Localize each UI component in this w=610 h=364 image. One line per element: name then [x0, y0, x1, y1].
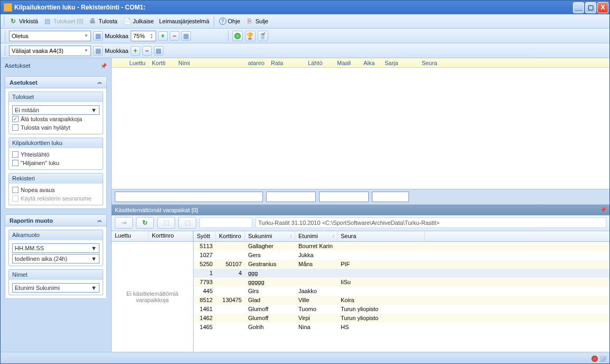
archive-btn-3[interactable]: ⬚ [157, 217, 175, 229]
col-nimi[interactable]: Nimi [175, 60, 244, 66]
col-syott[interactable]: Syött [194, 231, 216, 241]
timeformat-combo-2[interactable]: todellinen aika (24h) ▼ [12, 254, 99, 263]
archive-grid-body[interactable]: 5113GallagherBourret Karin1027GersJukka5… [194, 242, 609, 352]
help-button[interactable]: ? Ohje [217, 16, 242, 26]
col-luettu[interactable]: Luettu [112, 60, 149, 66]
col-kortti[interactable]: Kortti [149, 60, 175, 66]
col-aika[interactable]: Aika [360, 60, 381, 66]
help-icon: ? [219, 17, 226, 25]
silent-checkbox[interactable] [12, 160, 19, 166]
table-row[interactable]: 525050107GestraniusMånsPIF [194, 260, 609, 269]
maximize-button[interactable]: ▢ [585, 2, 596, 13]
col-korttinro[interactable]: Korttinro [216, 231, 245, 241]
add-button-1[interactable]: + [158, 31, 168, 41]
table-row[interactable]: 8512130475GladVilleKoira [194, 296, 609, 305]
results-group: Tulokset Ei mitään ▼ ✓ Älä tulosta varap… [8, 92, 103, 134]
title-bar: Kilpailukorttien luku - Rekisteröinti - … [1, 1, 609, 14]
print-button[interactable]: 🖶 Tulosta [86, 16, 120, 26]
format-toolbar-2: Väliajat vaaka A4(3) ▼ ▦ Muokkaa + − ▦ [1, 43, 609, 58]
names-value: Etunimi Sukunimi [15, 285, 60, 291]
results-mode-combo[interactable]: Ei mitään ▼ [12, 105, 99, 115]
trophy-button-1[interactable]: 🏆 [245, 31, 256, 41]
archive-btn-4[interactable]: ⬚ [178, 217, 196, 229]
punching-button[interactable]: Leimausjärjestelmä [157, 17, 212, 25]
punching-label: Leimausjärjestelmä [159, 18, 210, 24]
archive-refresh-button[interactable]: ↻ [136, 217, 154, 229]
layout-combo-2-value: Väliajat vaaka A4(3) [12, 48, 63, 54]
publish-label: Julkaise [133, 18, 154, 24]
massstart-checkbox[interactable] [12, 151, 19, 158]
minimize-button[interactable]: __ [573, 2, 584, 13]
input-bar [112, 189, 609, 205]
settings-panel: Asetukset ︽ Tulokset Ei mitään ▼ ✓ Älä t… [5, 76, 107, 209]
close-window-button[interactable]: X [597, 2, 608, 13]
print-label: Tulosta [98, 18, 117, 24]
resize-grip[interactable] [600, 356, 606, 362]
names-header: Nimet [9, 270, 103, 280]
close-button[interactable]: ⎘ Sulje [243, 16, 270, 26]
results-label: Tulokset [0] [53, 18, 83, 24]
input-field-2[interactable] [266, 192, 316, 202]
cardread-group-header: Kilpailukorttien luku [9, 138, 103, 148]
archive-filter-input[interactable] [199, 217, 252, 228]
vacancy-col-korttinro[interactable]: Korttinro [149, 231, 193, 241]
table-row[interactable]: 1027GersJukka [194, 251, 609, 260]
table-row[interactable]: 1462GlumoffVirpiTurun yliopisto [194, 314, 609, 323]
zoom-combo[interactable]: 75% ▲▼ [131, 31, 156, 41]
pin-icon[interactable]: 📌 [101, 63, 107, 69]
table-row[interactable]: 7793gggggIiSu [194, 278, 609, 287]
refresh-button[interactable]: ↻ Virkistä [7, 16, 40, 26]
col-maali[interactable]: Maali [334, 60, 360, 66]
timeformat-combo-1[interactable]: HH.MM.SS ▼ [12, 243, 99, 253]
only-dsq-checkbox[interactable] [12, 124, 19, 131]
upper-grid-header: Luettu Kortti Nimi atanro Rata Lähtö Maa… [112, 58, 609, 68]
table-row[interactable]: 1461GlumoffTuomoTurun yliopisto [194, 305, 609, 314]
report-panel-title: Raportin muoto [10, 217, 53, 224]
input-field-3[interactable] [319, 192, 369, 202]
registry-group: Rekisteri Nopea avaus Käytä rekisterin s… [8, 173, 103, 205]
col-etunimi[interactable]: Etunimi/ [295, 231, 338, 241]
table-row[interactable]: 1465GolrihNinaHS [194, 323, 609, 332]
quickopen-checkbox[interactable] [12, 187, 19, 193]
publish-button[interactable]: 📄 Julkaise [121, 16, 156, 26]
no-vacancy-checkbox[interactable]: ✓ [12, 116, 19, 122]
chevron-down-icon: ▼ [84, 48, 88, 53]
table-row[interactable]: 14ggg [194, 269, 609, 278]
grid-button-2[interactable]: ▦ [93, 46, 103, 56]
input-field-1[interactable] [115, 192, 263, 202]
refresh-icon: ↻ [9, 17, 17, 25]
refresh-icon: ↻ [142, 219, 148, 226]
col-rata[interactable]: Rata [268, 60, 305, 66]
remove-button-2[interactable]: − [142, 46, 152, 56]
config-button-1[interactable]: ▦ [181, 31, 191, 41]
layout-combo-2[interactable]: Väliajat vaaka A4(3) ▼ [9, 46, 91, 56]
col-sukunimi[interactable]: Sukunimi/ [245, 231, 295, 241]
table-row[interactable]: 5113GallagherBourret Karin [194, 242, 609, 251]
vacancy-col-luettu[interactable]: Luettu [112, 231, 149, 241]
col-seura[interactable]: Seura [418, 60, 461, 66]
archive-path-field: Turku-Rastit 31.10.2010 <C:\SportSoftwar… [256, 217, 606, 228]
settings-panel-header[interactable]: Asetukset ︽ [5, 77, 106, 88]
no-vacancy-label: Älä tulosta varapaikkoja [21, 116, 82, 122]
pin-icon[interactable]: 📌 [600, 207, 606, 213]
col-seura-2[interactable]: Seura [338, 231, 425, 241]
results-icon: ▤ [43, 17, 52, 25]
config-button-2[interactable]: ▦ [154, 46, 163, 56]
report-panel-header[interactable]: Raportin muoto ︽ [5, 215, 106, 226]
add-button-2[interactable]: + [131, 46, 140, 56]
layout-combo-1[interactable]: Oletus ▼ [9, 31, 91, 41]
names-combo[interactable]: Etunimi Sukunimi ▼ [12, 283, 99, 293]
col-lahto[interactable]: Lähtö [305, 60, 334, 66]
green-status-button[interactable] [232, 31, 243, 41]
col-sarja[interactable]: Sarja [381, 60, 418, 66]
timeformat-value-2: todellinen aika (24h) [15, 256, 67, 262]
table-row[interactable]: 445GirsJaakko [194, 287, 609, 296]
edit-label-1: Muokkaa [105, 33, 129, 39]
remove-button-1[interactable]: − [170, 31, 179, 41]
archive-btn-1[interactable]: ⇥ [115, 217, 133, 229]
grid-button-1[interactable]: ▦ [93, 31, 103, 41]
input-field-4[interactable] [372, 192, 409, 202]
col-atanro[interactable]: atanro [244, 60, 268, 66]
app-icon [4, 3, 12, 12]
trophy-button-2[interactable]: 🥤 [258, 31, 268, 41]
